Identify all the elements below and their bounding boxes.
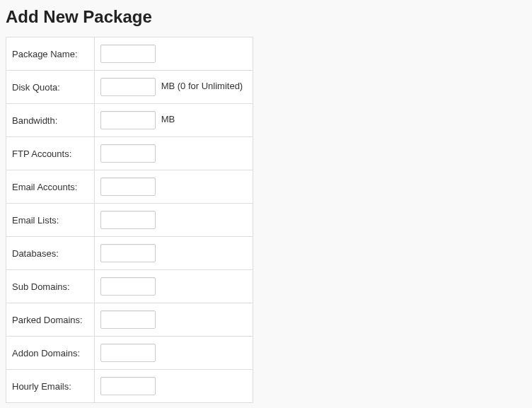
- input-package-name[interactable]: [100, 45, 156, 63]
- label-disk-quota: Disk Quota:: [6, 71, 95, 104]
- label-ftp-accounts: FTP Accounts:: [6, 137, 95, 170]
- input-addon-domains[interactable]: [100, 344, 156, 362]
- row-email-accounts: Email Accounts:: [6, 170, 253, 204]
- input-parked-domains[interactable]: [100, 310, 156, 329]
- label-databases: Databases:: [6, 237, 95, 270]
- row-hourly-emails: Hourly Emails:: [6, 370, 253, 403]
- input-email-lists[interactable]: [100, 211, 156, 229]
- label-parked-domains: Parked Domains:: [6, 303, 95, 337]
- row-bandwidth: Bandwidth: MB: [6, 104, 253, 137]
- label-email-accounts: Email Accounts:: [6, 170, 95, 204]
- label-hourly-emails: Hourly Emails:: [6, 370, 95, 403]
- input-ftp-accounts[interactable]: [100, 144, 156, 163]
- input-databases[interactable]: [100, 244, 156, 262]
- row-disk-quota: Disk Quota: MB (0 for Unlimited): [6, 71, 253, 104]
- input-sub-domains[interactable]: [100, 277, 156, 296]
- suffix-disk-quota: MB (0 for Unlimited): [161, 81, 243, 91]
- label-addon-domains: Addon Domains:: [6, 337, 95, 370]
- row-addon-domains: Addon Domains:: [6, 337, 253, 370]
- input-email-accounts[interactable]: [100, 177, 156, 196]
- row-parked-domains: Parked Domains:: [6, 303, 253, 337]
- input-disk-quota[interactable]: [100, 78, 156, 96]
- label-bandwidth: Bandwidth:: [6, 104, 95, 137]
- page-title: Add New Package: [6, 7, 526, 27]
- input-hourly-emails[interactable]: [100, 377, 156, 395]
- input-bandwidth[interactable]: [100, 111, 156, 129]
- package-form-table: Package Name: Disk Quota: MB (0 for Unli…: [6, 37, 253, 403]
- row-sub-domains: Sub Domains:: [6, 270, 253, 303]
- row-email-lists: Email Lists:: [6, 204, 253, 237]
- label-package-name: Package Name:: [6, 37, 95, 71]
- label-sub-domains: Sub Domains:: [6, 270, 95, 303]
- label-email-lists: Email Lists:: [6, 204, 95, 237]
- row-package-name: Package Name:: [6, 37, 253, 71]
- row-databases: Databases:: [6, 237, 253, 270]
- suffix-bandwidth: MB: [161, 114, 175, 124]
- row-ftp-accounts: FTP Accounts:: [6, 137, 253, 170]
